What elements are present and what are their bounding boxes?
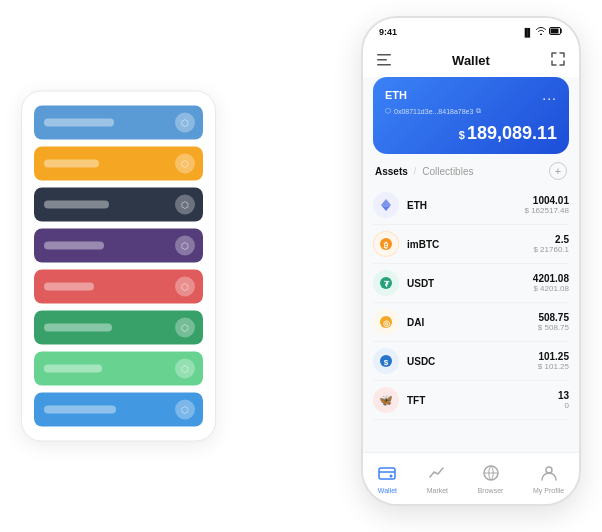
card-item-0[interactable]: ⬡ [34,106,203,140]
token-item-usdc[interactable]: $USDC101.25$ 101.25 [373,342,569,381]
eth-card-title: ETH [385,89,407,101]
svg-text:◎: ◎ [383,319,390,328]
token-usd: $ 21760.1 [533,245,569,254]
phone-content: ETH ... ⬡ 0x08711d3e...8418a78e3 ⧉ $189,… [363,77,579,452]
nav-item-my-profile[interactable]: My Profile [533,464,564,494]
status-icons: ▐▌ [522,27,563,37]
balance-currency: $ [459,129,465,141]
tab-assets[interactable]: Assets [375,166,408,177]
card-item-7[interactable]: ⬡ [34,393,203,427]
token-name-tft: TFT [407,395,558,406]
eth-card-header: ETH ... [385,87,557,103]
card-icon: ⬡ [175,400,195,420]
token-usd: $ 162517.48 [525,206,570,215]
token-usd: $ 508.75 [538,323,569,332]
card-label [44,242,104,250]
card-icon: ⬡ [175,113,195,133]
svg-rect-16 [379,468,395,479]
phone-header: Wallet [363,46,579,77]
nav-label-market: Market [427,487,448,494]
assets-tabs: Assets / Collectibles [375,166,473,177]
token-name-imbtc: imBTC [407,239,533,250]
card-item-2[interactable]: ⬡ [34,188,203,222]
nav-item-wallet[interactable]: Wallet [378,464,397,494]
token-icon-imbtc: ₿ [373,231,399,257]
token-amount: 13 [558,390,569,401]
token-name-dai: DAI [407,317,538,328]
token-amount: 4201.08 [533,273,569,284]
nav-label-browser: Browser [478,487,504,494]
status-bar: 9:41 ▐▌ [363,18,579,46]
status-time: 9:41 [379,27,397,37]
svg-rect-1 [551,29,559,34]
token-icon-usdt: ₮ [373,270,399,296]
nav-item-market[interactable]: Market [427,464,448,494]
card-label [44,160,99,168]
card-label [44,119,114,127]
nav-icon-market [428,464,446,485]
tab-collectibles[interactable]: Collectibles [422,166,473,177]
card-label [44,406,116,414]
token-list: ETH1004.01$ 162517.48₿imBTC2.5$ 21760.1₮… [363,186,579,452]
token-name-usdc: USDC [407,356,538,367]
svg-text:$: $ [384,358,389,367]
token-item-usdt[interactable]: ₮USDT4201.08$ 4201.08 [373,264,569,303]
token-name-eth: ETH [407,200,525,211]
token-amount: 1004.01 [525,195,570,206]
nav-icon-my profile [540,464,558,485]
token-values-eth: 1004.01$ 162517.48 [525,195,570,215]
eth-card-options[interactable]: ... [542,87,557,103]
card-item-3[interactable]: ⬡ [34,229,203,263]
expand-icon[interactable] [551,52,565,69]
token-usd: $ 4201.08 [533,284,569,293]
page-title: Wallet [452,53,490,68]
token-item-eth[interactable]: ETH1004.01$ 162517.48 [373,186,569,225]
token-values-usdc: 101.25$ 101.25 [538,351,569,371]
eth-card[interactable]: ETH ... ⬡ 0x08711d3e...8418a78e3 ⧉ $189,… [373,77,569,154]
token-amount: 2.5 [533,234,569,245]
token-name-usdt: USDT [407,278,533,289]
card-icon: ⬡ [175,318,195,338]
menu-icon[interactable] [377,53,391,69]
token-item-dai[interactable]: ◎DAI508.75$ 508.75 [373,303,569,342]
copy-icon[interactable]: ⧉ [476,107,481,115]
token-usd: $ 101.25 [538,362,569,371]
card-item-5[interactable]: ⬡ [34,311,203,345]
token-icon-dai: ◎ [373,309,399,335]
wifi-icon [536,27,546,37]
token-values-usdt: 4201.08$ 4201.08 [533,273,569,293]
svg-text:🦋: 🦋 [379,393,393,407]
add-asset-button[interactable]: + [549,162,567,180]
card-label [44,283,94,291]
nav-icon-browser [482,464,500,485]
token-values-dai: 508.75$ 508.75 [538,312,569,332]
svg-point-17 [390,474,393,477]
nav-icon-wallet [378,464,396,485]
svg-point-19 [546,467,552,473]
tab-divider: / [414,166,417,176]
card-icon: ⬡ [175,154,195,174]
card-icon: ⬡ [175,277,195,297]
eth-address-icon: ⬡ [385,107,391,115]
card-icon: ⬡ [175,195,195,215]
token-values-imbtc: 2.5$ 21760.1 [533,234,569,254]
card-icon: ⬡ [175,359,195,379]
svg-rect-2 [377,54,391,56]
card-item-1[interactable]: ⬡ [34,147,203,181]
nav-item-browser[interactable]: Browser [478,464,504,494]
scene: ⬡⬡⬡⬡⬡⬡⬡⬡ 9:41 ▐▌ [21,16,581,516]
card-icon: ⬡ [175,236,195,256]
svg-rect-4 [377,64,391,66]
eth-card-balance: $189,089.11 [385,123,557,144]
card-label [44,324,112,332]
battery-icon [549,27,563,37]
token-item-tft[interactable]: 🦋TFT130 [373,381,569,420]
bottom-nav: WalletMarketBrowserMy Profile [363,452,579,504]
eth-card-address: ⬡ 0x08711d3e...8418a78e3 ⧉ [385,107,557,115]
card-stack: ⬡⬡⬡⬡⬡⬡⬡⬡ [21,91,216,442]
card-item-4[interactable]: ⬡ [34,270,203,304]
nav-label-my profile: My Profile [533,487,564,494]
card-item-6[interactable]: ⬡ [34,352,203,386]
token-item-imbtc[interactable]: ₿imBTC2.5$ 21760.1 [373,225,569,264]
card-label [44,365,102,373]
